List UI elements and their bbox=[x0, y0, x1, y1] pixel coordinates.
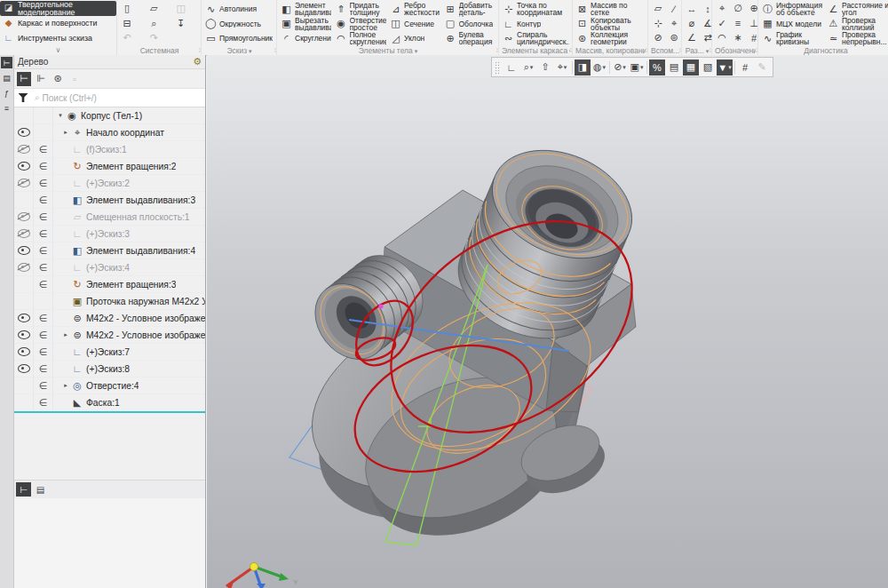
toolbar-grip-handle[interactable] bbox=[495, 61, 501, 74]
ribbon-button[interactable]: ⊹Точка по координатам bbox=[502, 2, 570, 17]
ribbon-button[interactable]: ⊠Массив по сетке bbox=[575, 2, 646, 17]
tree-item[interactable]: ∈◧Элемент выдавливания:3 bbox=[14, 192, 205, 209]
visibility-eye-icon[interactable] bbox=[18, 364, 30, 373]
dropdown-arrow-icon[interactable]: ▾ bbox=[564, 64, 567, 71]
aux-point-button[interactable]: ⊹ bbox=[651, 17, 665, 30]
inclusion-cell[interactable]: ∈ bbox=[34, 226, 53, 242]
tree-item[interactable]: ▣Проточка наружная М42х2 У ГОСТ 10 bbox=[14, 293, 205, 310]
inclusion-icon[interactable]: ∈ bbox=[39, 228, 48, 240]
visibility-cell[interactable] bbox=[14, 344, 34, 360]
orientation-button[interactable]: ⌖▾ bbox=[554, 60, 570, 75]
ribbon-button[interactable]: ◯Окружность bbox=[204, 17, 274, 32]
inclusion-icon[interactable]: ∈ bbox=[39, 363, 48, 375]
visibility-eye-icon[interactable] bbox=[18, 347, 30, 356]
ribbon-button[interactable]: ∠Расстояние и угол bbox=[827, 2, 888, 17]
tree-item[interactable]: ∈⊜М42х2 - Условное изображение резьб bbox=[14, 310, 205, 327]
measure-button[interactable]: # bbox=[737, 60, 753, 75]
filter-button[interactable] bbox=[14, 93, 32, 102]
visibility-cell[interactable] bbox=[14, 242, 34, 258]
aux-section-button[interactable]: ⊘ bbox=[651, 31, 665, 44]
dropdown-arrow-icon[interactable]: ▾ bbox=[622, 64, 626, 71]
inclusion-icon[interactable]: ∈ bbox=[39, 211, 48, 223]
desig-arc-button[interactable]: ◠ bbox=[715, 31, 729, 44]
filter-button[interactable]: ▼▾ bbox=[717, 60, 733, 75]
layers-button[interactable]: ▧ bbox=[700, 60, 716, 75]
dim-radius-button[interactable]: ∠ bbox=[685, 31, 699, 44]
visibility-eye-icon[interactable] bbox=[18, 246, 30, 255]
ribbon-button[interactable]: ▭Прямоугольник bbox=[204, 31, 274, 46]
ribbon-button[interactable]: ∿График кривизны bbox=[761, 31, 825, 46]
inclusion-cell[interactable]: ∈ bbox=[34, 344, 53, 360]
aux-axis-button[interactable]: ∕ bbox=[667, 2, 681, 15]
ribbon-button[interactable]: ⊡Копировать объекты bbox=[575, 17, 646, 32]
inclusion-icon[interactable]: ∈ bbox=[39, 144, 48, 155]
ribbon-button[interactable]: ⊞Добавить деталь-заготов... bbox=[444, 2, 496, 17]
ribbon-button[interactable]: ▦МЦХ модели bbox=[761, 17, 825, 32]
ribbon-button[interactable]: ▢Оболочка bbox=[444, 17, 496, 32]
dim-linear-button[interactable]: ↔ bbox=[685, 2, 699, 15]
ribbon-button[interactable]: ⊕Булева операция bbox=[444, 31, 496, 46]
tree-structure-button[interactable]: ⊢ bbox=[17, 72, 31, 86]
desig-diameter-button[interactable]: ∅ bbox=[731, 2, 745, 15]
panel-tab-sections[interactable]: ▤ bbox=[33, 482, 48, 497]
visibility-eye-icon[interactable] bbox=[18, 263, 30, 272]
render-mode-button[interactable]: ◍▾ bbox=[591, 60, 607, 75]
ribbon-button[interactable]: ◿Уклон bbox=[389, 31, 441, 46]
ribbon-button[interactable]: ⓘИнформация об объекте bbox=[761, 2, 825, 17]
visibility-eye-icon[interactable] bbox=[18, 145, 30, 154]
dropdown-arrow-icon[interactable]: ▾ bbox=[728, 64, 732, 71]
inclusion-cell[interactable]: ∈ bbox=[34, 259, 53, 275]
inclusion-icon[interactable]: ∈ bbox=[39, 313, 48, 324]
panel-tab-tree[interactable]: ⊢ bbox=[16, 482, 31, 497]
visibility-eye-icon[interactable] bbox=[18, 314, 30, 322]
ribbon-button[interactable]: ⚠Проверка коллизий bbox=[827, 17, 888, 32]
image-view-button[interactable]: ▦ bbox=[683, 60, 699, 75]
inclusion-cell[interactable]: ∈ bbox=[34, 175, 53, 191]
rail-parameters-tab[interactable]: ▤ bbox=[1, 72, 12, 83]
tree-composition-button[interactable]: ⊛ bbox=[51, 72, 65, 86]
visibility-cell[interactable] bbox=[14, 327, 34, 343]
desig-equal-button[interactable]: ≡ bbox=[731, 17, 745, 30]
tree-item[interactable]: ∈∟(+)Эскиз:4 bbox=[14, 259, 205, 276]
ribbon-button[interactable]: ⊛Коллекция геометрии bbox=[575, 31, 646, 46]
open-document-button[interactable]: ▱ bbox=[147, 2, 161, 15]
ribbon-button[interactable]: ◫Сечение bbox=[389, 17, 441, 32]
tree-item[interactable]: ▸⌖Начало координат bbox=[14, 124, 205, 141]
tree-item[interactable]: ∈↻Элемент вращения:2 bbox=[14, 158, 205, 175]
inclusion-cell[interactable]: ∈ bbox=[34, 276, 53, 292]
hide-objects-button[interactable]: ⊘▾ bbox=[612, 60, 628, 75]
print-button[interactable]: ⊟ bbox=[120, 17, 134, 30]
export-button[interactable]: ↧ bbox=[174, 17, 188, 30]
end-of-build-pointer[interactable] bbox=[14, 411, 205, 413]
tab-surfaces[interactable]: ◆ Каркас и поверхности bbox=[0, 16, 116, 31]
ribbon-button[interactable]: ◉Отверстие простое bbox=[335, 17, 387, 32]
new-document-button[interactable]: ▯ bbox=[120, 2, 134, 15]
ribbon-button[interactable]: ∟Контур bbox=[502, 17, 570, 32]
ribbon-button[interactable]: ▣Вырезать выдавливанием bbox=[280, 17, 332, 32]
desig-check-button[interactable]: ✓ bbox=[715, 17, 729, 30]
create-sketch-button[interactable]: ∟ bbox=[503, 60, 519, 75]
visibility-cell[interactable] bbox=[14, 259, 34, 275]
tree-relations-button[interactable]: ⊩ bbox=[34, 72, 48, 86]
expand-arrow-icon[interactable]: ▸ bbox=[60, 331, 71, 338]
aux-copy-button[interactable]: ⊚ bbox=[667, 31, 681, 44]
inclusion-icon[interactable]: ∈ bbox=[39, 330, 48, 341]
tree-item[interactable]: ∈◧Элемент выдавливания:4 bbox=[14, 242, 205, 259]
tree-item[interactable]: ∈∟(+)Эскиз:3 bbox=[14, 226, 205, 242]
inclusion-icon[interactable]: ∈ bbox=[39, 346, 48, 358]
tab-sketch-tools[interactable]: ∟ Инструменты эскиза bbox=[0, 31, 116, 46]
desig-star-button[interactable]: ∗ bbox=[731, 31, 745, 44]
inclusion-cell[interactable]: ∈ bbox=[34, 377, 53, 393]
expand-arrow-icon[interactable]: ▾ bbox=[55, 112, 66, 119]
rail-functions-tab[interactable]: ƒ bbox=[1, 87, 12, 99]
zoom-button[interactable]: ⌕▾ bbox=[520, 60, 536, 75]
inclusion-cell[interactable]: ∈ bbox=[34, 141, 53, 157]
tab-solid-modeling[interactable]: ◪ Твердотельное моделирование bbox=[0, 1, 116, 16]
rail-layers-tab[interactable]: ≡ bbox=[1, 102, 12, 114]
inclusion-cell[interactable]: ∈ bbox=[34, 209, 53, 225]
tree-item[interactable]: ∈∟(+)Эскиз:7 bbox=[14, 344, 205, 361]
visibility-eye-icon[interactable] bbox=[18, 229, 30, 238]
snapshot-button[interactable]: ▣▾ bbox=[629, 60, 645, 75]
aux-lcs-button[interactable]: ⌖ bbox=[667, 17, 681, 30]
visibility-cell[interactable] bbox=[14, 310, 34, 326]
